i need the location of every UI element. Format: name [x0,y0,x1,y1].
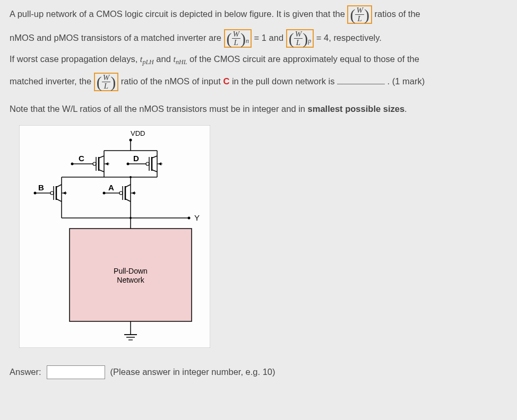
answer-blank [337,84,385,84]
svg-text:Pull-Down: Pull-Down [114,267,148,275]
svg-point-10 [71,162,74,165]
text: in the pull down network is [232,76,337,86]
question-p1: A pull-up network of a CMOS logic circui… [10,5,507,24]
text: = 1 and [254,33,286,42]
text: Note that the W/L ratios of all the nMOS… [10,104,308,113]
note: Note that the W/L ratios of all the nMOS… [10,103,507,116]
vdd-label: VDD [131,129,145,137]
formula-wl-n: (WL)n [224,29,252,48]
text: ratio of the nMOS of input [121,76,223,86]
input-c-label: C [223,76,229,86]
formula-wl-q: (WL) [94,73,119,91]
svg-text:D: D [133,154,139,163]
answer-input[interactable] [47,365,105,379]
question-p2: nMOS and pMOS transistors of a matched i… [10,29,507,48]
text: . (1 mark) [387,76,425,86]
text: . [404,104,407,113]
text: nMOS and pMOS transistors of a matched i… [10,33,224,42]
answer-row: Answer: (Please answer in integer number… [10,365,507,379]
text: If worst case propagation delays, [10,54,140,64]
answer-hint: (Please answer in integer number, e.g. 1… [110,366,275,379]
svg-text:Y: Y [194,213,200,222]
text: ratios of the [375,9,420,19]
text: matched inverter, the [10,76,94,86]
formula-wl: (WL) [347,5,372,24]
svg-point-62 [188,216,191,219]
svg-text:C: C [79,154,84,163]
text: of the CMOS circuit are approximately eq… [189,54,419,64]
tnHL: tnHL [173,54,187,64]
text: A pull-up network of a CMOS logic circui… [10,9,347,19]
svg-text:B: B [38,183,44,192]
svg-point-51 [34,191,37,194]
text: and [156,54,173,64]
formula-wl-p: (WL)p [286,29,314,48]
text: = 4, respectively. [316,33,382,42]
question-p3: If worst case propagation delays, tpLH a… [10,53,507,67]
circuit-diagram: VDD C [19,125,507,352]
note-bold: smallest possible sizes [308,104,405,113]
tpLH: tpLH [140,54,154,64]
svg-text:A: A [108,183,114,192]
svg-text:Network: Network [117,276,144,284]
svg-point-38 [103,191,106,194]
svg-point-22 [127,162,130,165]
answer-label: Answer: [10,366,41,379]
question-p4: matched inverter, the (WL) ratio of the … [10,73,507,91]
